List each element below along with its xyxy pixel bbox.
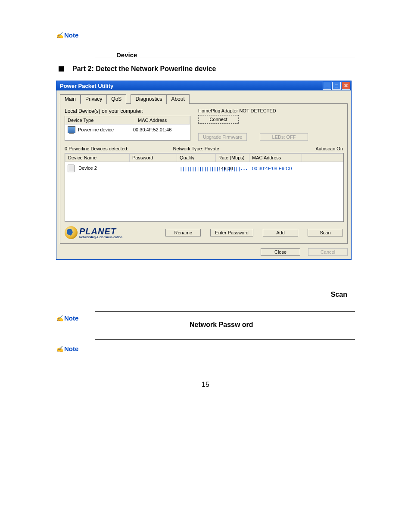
local-device-mac: 00:30:4F:52:01:46 — [133, 127, 171, 132]
logo-tagline: Networking & Communication — [79, 236, 122, 239]
pencil-icon: ✍ — [56, 32, 63, 39]
upgrade-firmware-button: Upgrade Firmware — [198, 133, 247, 141]
minimize-button[interactable]: _ — [323, 82, 331, 90]
device-row[interactable]: Device 2 |||||||||||||||||||||||||... 14… — [65, 162, 343, 175]
pencil-icon: ✍ — [56, 345, 63, 352]
col-device-name[interactable]: Device Name — [65, 153, 130, 162]
rule — [95, 311, 355, 312]
note-text: Note — [64, 314, 78, 322]
adapter-status: HomePlug Adapter NOT DETECTED — [198, 108, 308, 113]
device-icon — [68, 165, 75, 172]
close-dialog-button[interactable]: Close — [261, 248, 300, 256]
autoscan-label: Autoscan On — [315, 146, 343, 151]
window-title: Power Packet Utility — [60, 83, 113, 89]
device-rate: 146.00 — [216, 166, 249, 171]
add-button[interactable]: Add — [263, 229, 298, 236]
local-device-type: Powerline device — [78, 127, 131, 132]
titlebar: Power Packet Utility _ □ ✕ — [56, 81, 351, 90]
globe-icon — [65, 226, 78, 239]
network-type-label: Network Type: Private — [173, 146, 219, 151]
section-title: Part 2: Detect the Network Powerline dev… — [72, 65, 216, 73]
cancel-button: Cancel — [308, 248, 348, 256]
note-label: ✍ Note — [56, 314, 78, 322]
brand-logo: PLANET Networking & Communication — [65, 226, 122, 239]
note-label: ✍ Note — [56, 345, 78, 352]
rule — [95, 339, 355, 340]
scan-button[interactable]: Scan — [308, 229, 343, 236]
local-device-row[interactable]: Powerline device 00:30:4F:52:01:46 — [65, 124, 190, 135]
col-mac[interactable]: MAC Address — [249, 153, 302, 162]
local-devices-label: Local Device(s) on your computer: — [65, 108, 190, 114]
app-window: Power Packet Utility _ □ ✕ Main Privacy … — [56, 81, 352, 260]
col-quality[interactable]: Quality — [177, 153, 216, 162]
logo-name: PLANET — [79, 227, 122, 236]
tab-main[interactable]: Main — [60, 94, 81, 104]
col-spacer — [302, 153, 343, 162]
tab-about[interactable]: About — [167, 94, 189, 104]
square-bullet-icon — [59, 66, 64, 72]
col-rate[interactable]: Rate (Mbps) — [216, 153, 249, 162]
leds-button: LEDs: OFF — [260, 133, 308, 141]
scan-heading: Scan — [56, 291, 347, 299]
tab-content: Local Device(s) on your computer: Device… — [60, 104, 348, 244]
page-number: 15 — [56, 381, 355, 389]
rename-button[interactable]: Rename — [165, 229, 201, 236]
device-heading: Device — [116, 51, 355, 59]
pencil-icon: ✍ — [56, 315, 63, 322]
rule — [95, 359, 355, 359]
tab-privacy[interactable]: Privacy — [81, 94, 107, 104]
device-mac: 00:30:4F:08:E9:C0 — [249, 166, 314, 171]
rule — [95, 26, 355, 26]
tab-bar: Main Privacy QoS Diagnostics About — [60, 94, 348, 104]
section-heading: Part 2: Detect the Network Powerline dev… — [59, 65, 355, 73]
device-name: Device 2 — [78, 165, 97, 171]
local-device-list[interactable]: Device Type MAC Address Powerline device… — [65, 116, 190, 141]
note-text: Note — [64, 345, 78, 352]
col-mac-address[interactable]: MAC Address — [135, 116, 190, 124]
tab-diagnostics[interactable]: Diagnostics — [131, 94, 167, 104]
close-button[interactable]: ✕ — [342, 82, 350, 90]
col-device-type[interactable]: Device Type — [65, 116, 135, 124]
tab-qos[interactable]: QoS — [107, 94, 126, 104]
network-device-list[interactable]: Device Name Password Quality Rate (Mbps)… — [65, 153, 344, 222]
enter-password-button[interactable]: Enter Password — [210, 229, 253, 236]
note-label: ✍ Note — [56, 31, 78, 39]
col-password[interactable]: Password — [130, 153, 177, 162]
maximize-button[interactable]: □ — [332, 82, 341, 90]
connect-button[interactable]: Connect — [198, 115, 239, 124]
note-text: Note — [64, 31, 78, 39]
devices-detected-label: 0 Powerline Devices detected: — [65, 146, 128, 151]
computer-icon — [68, 126, 75, 133]
